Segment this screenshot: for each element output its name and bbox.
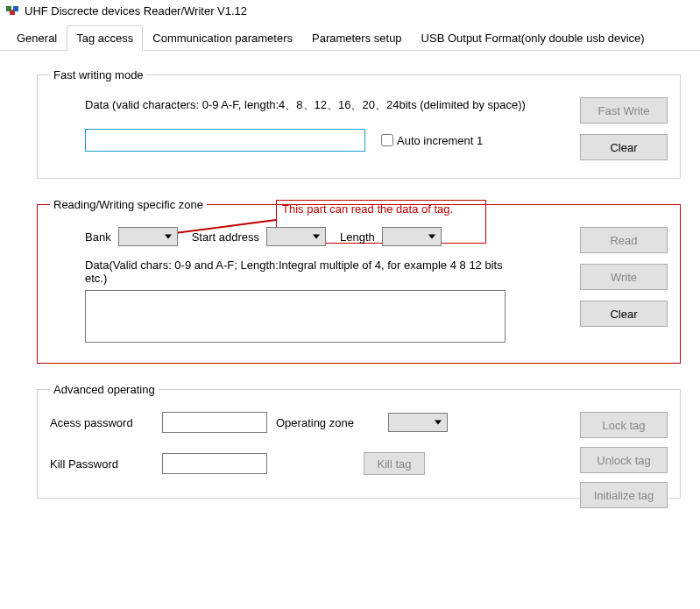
length-label: Length — [340, 230, 375, 244]
rw-clear-button[interactable]: Clear — [580, 301, 668, 327]
rw-data-textarea[interactable] — [85, 290, 506, 343]
tab-content: Fast writing mode Data (valid characters… — [0, 51, 700, 528]
initialize-tag-button[interactable]: Initialize tag — [580, 482, 668, 508]
fast-writing-clear-button[interactable]: Clear — [580, 134, 668, 160]
app-icon — [5, 4, 19, 18]
start-address-label: Start address — [192, 230, 259, 244]
kill-password-label: Kill Password — [50, 457, 155, 471]
read-button[interactable]: Read — [580, 227, 668, 253]
unlock-tag-button[interactable]: Unlock tag — [580, 447, 668, 473]
fast-write-button[interactable]: Fast Write — [580, 97, 668, 124]
fast-writing-data-input[interactable] — [85, 129, 365, 152]
kill-password-input[interactable] — [162, 453, 267, 474]
kill-tag-button[interactable]: Kill tag — [364, 452, 425, 475]
bank-label: Bank — [85, 230, 111, 244]
tab-usb-output-format[interactable]: USB Output Format(only double usb device… — [412, 25, 654, 51]
rw-data-hint: Data(Valid chars: 0-9 and A-F; Length:In… — [85, 258, 506, 285]
lock-tag-button[interactable]: Lock tag — [580, 412, 668, 438]
auto-increment-checkbox[interactable] — [381, 134, 393, 146]
access-password-input[interactable] — [162, 412, 267, 433]
advanced-operating-group: Advanced operating Acess password Operat… — [37, 383, 681, 499]
reading-writing-zone-group: Reading/Writing specific zone Bank Start… — [37, 198, 681, 364]
fast-writing-group: Fast writing mode Data (valid characters… — [37, 68, 681, 179]
tab-parameters-setup[interactable]: Parameters setup — [302, 25, 412, 51]
write-button[interactable]: Write — [580, 264, 668, 290]
length-select[interactable] — [382, 227, 442, 246]
app-window: UHF Discrecte devices Reader/Writer V1.1… — [0, 0, 700, 609]
operating-zone-label: Operating zone — [276, 416, 381, 429]
advanced-legend: Advanced operating — [50, 383, 159, 396]
fast-writing-legend: Fast writing mode — [50, 68, 147, 81]
tab-communication-parameters[interactable]: Communication parameters — [143, 25, 302, 51]
rw-zone-legend: Reading/Writing specific zone — [50, 198, 207, 211]
tab-general[interactable]: General — [7, 25, 67, 51]
access-password-label: Acess password — [50, 416, 155, 429]
operating-zone-select[interactable] — [388, 413, 448, 432]
fast-writing-data-label: Data (valid characters: 0-9 A-F, length:… — [85, 97, 526, 113]
app-title: UHF Discrecte devices Reader/Writer V1.1… — [25, 4, 247, 18]
auto-increment-label: Auto increment 1 — [397, 134, 483, 147]
titlebar: UHF Discrecte devices Reader/Writer V1.1… — [0, 0, 700, 21]
tab-bar: General Tag access Communication paramet… — [0, 25, 700, 51]
tab-tag-access[interactable]: Tag access — [67, 25, 143, 51]
start-address-select[interactable] — [266, 227, 326, 246]
svg-rect-2 — [13, 6, 18, 11]
bank-select[interactable] — [118, 227, 178, 246]
auto-increment-label-wrap[interactable]: Auto increment 1 — [381, 134, 483, 147]
